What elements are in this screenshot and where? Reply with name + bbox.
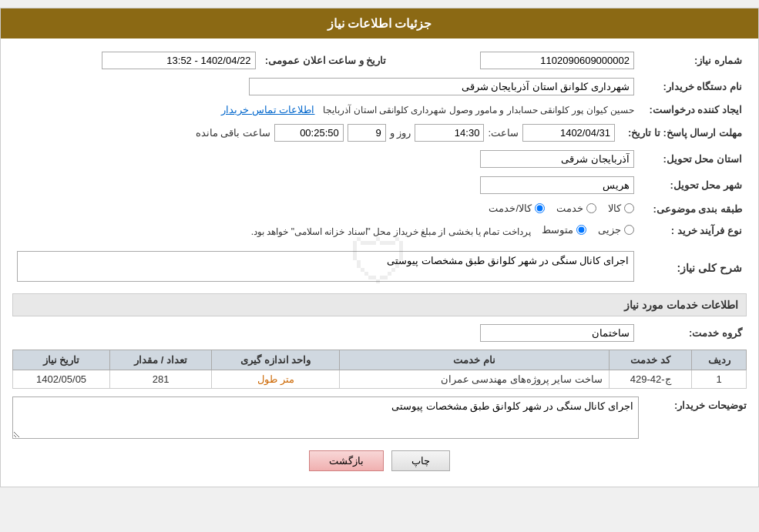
back-button[interactable]: بازگشت <box>309 450 384 471</box>
category-kala-khadamat-text: کالا/خدمت <box>489 202 532 214</box>
delivery-province-row: استان محل تحویل: <box>12 147 747 171</box>
category-kala-radio[interactable] <box>624 203 634 213</box>
services-table-head: ردیف کد خدمت نام خدمت واحد اندازه گیری ت… <box>13 350 747 370</box>
category-khadamat-radio[interactable] <box>586 203 596 213</box>
category-label: طبقه بندی موضوعی: <box>639 200 747 218</box>
category-khadamat-text: خدمت <box>556 202 583 214</box>
announce-date-input[interactable] <box>102 52 256 69</box>
deadline-label: مهلت ارسال پاسخ: تا تاریخ: <box>620 124 747 142</box>
services-table-body: 1 ج-42-429 ساخت سایر پروژه‌های مهندسی عم… <box>13 370 747 389</box>
buyer-notes-row: توضیحات خریدار: <box>12 396 747 439</box>
purchase-type-description: پرداخت تمام یا بخشی از مبلغ خریداز محل "… <box>251 226 531 237</box>
buyer-org-value <box>12 75 639 99</box>
col-header-row-num: ردیف <box>692 350 747 370</box>
delivery-province-input[interactable] <box>480 150 634 168</box>
category-value: کالا خدمت کالا/خدمت <box>12 199 639 219</box>
cell-quantity: 281 <box>110 370 212 389</box>
deadline-days-input[interactable] <box>348 124 386 142</box>
page-header: جزئیات اطلاعات نیاز <box>1 8 758 38</box>
category-kala-khadamat-radio[interactable] <box>535 203 545 213</box>
purchase-type-row: نوع فرآیند خرید : جزیی متوسط پرداخت تمام… <box>12 221 747 240</box>
buyer-org-input[interactable] <box>249 78 634 95</box>
category-row: طبقه بندی موضوعی: کالا خدمت کالا/خدمت <box>12 199 747 219</box>
buyer-org-row: نام دستگاه خریدار: <box>12 75 747 99</box>
category-kala-text: کالا <box>608 202 621 214</box>
creator-contact-link[interactable]: اطلاعات تماس خریدار <box>221 104 314 115</box>
buyer-notes-textarea[interactable] <box>12 396 639 439</box>
cell-service-name: ساخت سایر پروژه‌های مهندسی عمران <box>340 370 610 389</box>
deadline-time-label: ساعت: <box>488 127 519 139</box>
need-number-row: شماره نیاز: تاریخ و ساعت اعلان عمومی: <box>12 49 747 72</box>
page-title: جزئیات اطلاعات نیاز <box>327 17 432 30</box>
delivery-city-row: شهر محل تحویل: <box>12 173 747 197</box>
col-header-service-code: کد خدمت <box>609 350 691 370</box>
delivery-city-value <box>12 173 639 197</box>
need-desc-label: شرح کلی نیاز: <box>639 259 747 277</box>
cell-need-date: 1402/05/05 <box>13 370 110 389</box>
print-button[interactable]: چاپ <box>391 450 450 471</box>
creator-row: ایجاد کننده درخواست: حسین کیوان پور کلوا… <box>12 101 747 119</box>
announce-date-value <box>12 49 260 72</box>
creator-label: ایجاد کننده درخواست: <box>639 101 747 119</box>
cell-service-code: ج-42-429 <box>609 370 691 389</box>
category-kala-khadamat-label[interactable]: کالا/خدمت <box>489 202 545 214</box>
deadline-date-input[interactable] <box>522 124 615 142</box>
purchase-type-jozvi-text: جزیی <box>598 224 621 236</box>
col-header-need-date: تاریخ نیاز <box>13 350 110 370</box>
services-table: ردیف کد خدمت نام خدمت واحد اندازه گیری ت… <box>12 350 747 389</box>
table-row: 1 ج-42-429 ساخت سایر پروژه‌های مهندسی عم… <box>13 370 747 389</box>
deadline-time-row: ساعت: روز و ساعت باقی مانده <box>17 124 615 142</box>
creator-value: حسین کیوان پور کلوانقی حسابدار و مامور و… <box>12 101 639 119</box>
buyer-notes-label: توضیحات خریدار: <box>639 396 747 411</box>
remaining-time-input[interactable] <box>274 124 344 142</box>
delivery-city-input[interactable] <box>480 176 634 194</box>
purchase-type-label: نوع فرآیند خرید : <box>639 222 747 239</box>
delivery-city-label: شهر محل تحویل: <box>639 176 747 194</box>
category-khadamat-label[interactable]: خدمت <box>556 202 596 214</box>
purchase-type-motavaset-label[interactable]: متوسط <box>542 224 586 236</box>
purchase-type-motavaset-text: متوسط <box>542 224 573 236</box>
col-header-service-name: نام خدمت <box>340 350 610 370</box>
service-group-label: گروه خدمت: <box>639 324 747 342</box>
purchase-type-motavaset-radio[interactable] <box>576 225 586 235</box>
deadline-time-input[interactable] <box>415 124 484 142</box>
cell-unit: متر طول <box>212 370 340 389</box>
main-container: جزئیات اطلاعات نیاز 🛡 شماره نیاز: تاریخ … <box>0 8 759 487</box>
purchase-type-jozvi-radio[interactable] <box>624 225 634 235</box>
col-header-unit: واحد اندازه گیری <box>212 350 340 370</box>
need-number-value <box>391 49 640 72</box>
need-desc-value <box>12 248 639 287</box>
deadline-days-label: روز و <box>390 127 411 139</box>
cell-row-num: 1 <box>692 370 747 389</box>
deadline-row: مهلت ارسال پاسخ: تا تاریخ: ساعت: روز و س… <box>12 121 747 145</box>
content-area: 🛡 شماره نیاز: تاریخ و ساعت اعلان عمومی: … <box>1 38 758 487</box>
need-desc-textarea[interactable] <box>17 251 634 282</box>
creator-text: حسین کیوان پور کلوانقی حسابدار و مامور و… <box>323 105 634 115</box>
buttons-row: چاپ بازگشت <box>12 450 747 471</box>
remaining-label: ساعت باقی مانده <box>196 127 270 139</box>
purchase-type-value: جزیی متوسط پرداخت تمام یا بخشی از مبلغ خ… <box>12 221 639 240</box>
need-number-label: شماره نیاز: <box>639 52 747 69</box>
buyer-org-label: نام دستگاه خریدار: <box>639 78 747 95</box>
service-group-value <box>12 321 639 345</box>
deadline-value: ساعت: روز و ساعت باقی مانده <box>12 121 620 145</box>
delivery-province-label: استان محل تحویل: <box>639 150 747 168</box>
need-desc-row: شرح کلی نیاز: <box>12 248 747 287</box>
category-kala-label[interactable]: کالا <box>608 202 634 214</box>
services-section-header: اطلاعات خدمات مورد نیاز <box>12 293 747 316</box>
purchase-type-radio-group: جزیی متوسط <box>542 224 634 236</box>
need-number-input[interactable] <box>480 52 634 69</box>
purchase-type-jozvi-label[interactable]: جزیی <box>598 224 634 236</box>
services-section-label: اطلاعات خدمات مورد نیاز <box>624 299 738 311</box>
service-group-row: گروه خدمت: <box>12 321 747 345</box>
services-table-header-row: ردیف کد خدمت نام خدمت واحد اندازه گیری ت… <box>13 350 747 370</box>
col-header-quantity: تعداد / مقدار <box>110 350 212 370</box>
category-radio-group: کالا خدمت کالا/خدمت <box>489 202 634 214</box>
delivery-province-value <box>12 147 639 171</box>
announce-date-label: تاریخ و ساعت اعلان عمومی: <box>260 52 391 69</box>
service-group-input[interactable] <box>480 324 634 342</box>
